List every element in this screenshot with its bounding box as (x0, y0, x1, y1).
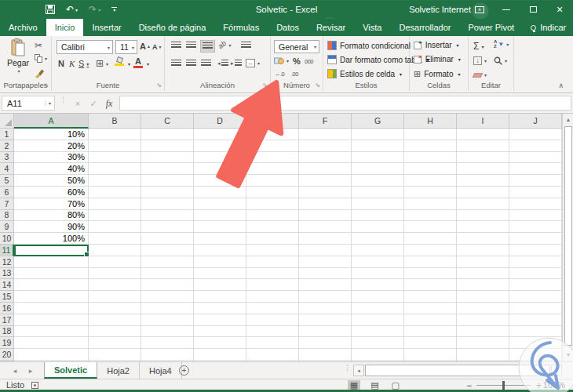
dialog-launcher-icon[interactable]: ⇘ (156, 82, 162, 89)
cell-D14[interactable] (194, 279, 246, 291)
cell-C13[interactable] (141, 268, 194, 280)
cell-G11[interactable] (352, 245, 404, 256)
font-name-combo[interactable]: Calibri▾ (57, 40, 113, 54)
cell-J10[interactable] (509, 233, 562, 245)
cell-I19[interactable] (457, 337, 509, 349)
tab-formulas[interactable]: Fórmulas (214, 19, 268, 36)
row-header-10[interactable]: 10 (0, 233, 14, 245)
vertical-scroll-thumb[interactable] (564, 126, 572, 346)
sheet-next-icon[interactable]: ▸ (24, 362, 38, 379)
number-format-combo[interactable]: General▾ (274, 40, 319, 53)
decrease-indent-icon[interactable]: ◂ (217, 60, 228, 67)
cell-A17[interactable] (14, 314, 89, 326)
minimize-icon[interactable] (493, 0, 520, 19)
cell-E19[interactable] (246, 337, 299, 349)
zoom-slider-handle[interactable] (502, 381, 505, 390)
cell-A20[interactable] (14, 349, 89, 361)
cell-G20[interactable] (352, 349, 404, 361)
cell-F2[interactable] (299, 140, 352, 152)
cell-C3[interactable] (141, 152, 194, 164)
cell-E16[interactable] (246, 303, 299, 314)
cell-E6[interactable] (246, 187, 299, 198)
align-bottom-icon[interactable] (200, 40, 215, 53)
cell-B16[interactable] (89, 303, 141, 314)
row-header-14[interactable]: 14 (0, 279, 14, 291)
cell-G2[interactable] (352, 140, 404, 152)
cell-I15[interactable] (457, 291, 509, 303)
fill-color-icon[interactable] (115, 57, 124, 66)
cell-D1[interactable] (194, 129, 246, 140)
cell-C10[interactable] (141, 233, 194, 245)
cell-H16[interactable] (404, 303, 457, 314)
sort-filter-icon[interactable]: AZ ▼▾ (494, 40, 509, 49)
tab-vista[interactable]: Vista (354, 19, 390, 36)
cell-F1[interactable] (299, 129, 352, 140)
cell-H1[interactable] (404, 129, 457, 140)
row-header-2[interactable]: 2 (0, 140, 14, 152)
cell-B13[interactable] (89, 268, 141, 280)
cell-G10[interactable] (352, 233, 404, 245)
cell-I13[interactable] (457, 268, 509, 280)
cell-F19[interactable] (299, 337, 352, 349)
column-header-I[interactable]: I (457, 114, 509, 129)
cell-J1[interactable] (509, 129, 562, 140)
align-right-icon[interactable] (201, 60, 211, 67)
formula-bar-splitter[interactable]: ⋮ (60, 98, 67, 101)
cell-D15[interactable] (194, 291, 246, 303)
tab-datos[interactable]: Datos (268, 19, 308, 36)
cell-H14[interactable] (404, 279, 457, 291)
cell-I16[interactable] (457, 303, 509, 314)
cell-E10[interactable] (246, 233, 299, 245)
autosum-icon[interactable]: Σ▾ (473, 41, 484, 52)
cell-J12[interactable] (509, 256, 562, 268)
cell-D4[interactable] (194, 163, 246, 175)
cell-B20[interactable] (89, 349, 141, 361)
cell-J20[interactable] (509, 349, 562, 361)
cell-E4[interactable] (246, 163, 299, 175)
cell-F10[interactable] (299, 233, 352, 245)
tell-me-box[interactable]: Indicar (523, 19, 573, 36)
cell-E7[interactable] (246, 198, 299, 210)
decrease-font-size-icon[interactable]: A▼ (152, 43, 162, 51)
cell-J14[interactable] (509, 279, 562, 291)
cell-J9[interactable] (509, 221, 562, 233)
cell-G13[interactable] (352, 268, 404, 280)
cell-A4[interactable]: 40% (14, 163, 89, 175)
cell-D20[interactable] (194, 349, 246, 361)
cell-E18[interactable] (246, 326, 299, 338)
cell-C8[interactable] (141, 210, 194, 222)
cell-D6[interactable] (194, 187, 246, 198)
cell-J17[interactable] (509, 314, 562, 326)
close-icon[interactable]: × (546, 0, 573, 19)
bold-button[interactable]: N (58, 59, 64, 68)
scroll-up-icon[interactable]: ▲ (564, 114, 573, 125)
cell-E12[interactable] (246, 256, 299, 268)
cell-E9[interactable] (246, 221, 299, 233)
insert-cells-button[interactable]: + Insertar▾ (414, 41, 459, 49)
ribbon-display-options-icon[interactable]: ∧ (466, 0, 493, 19)
increase-font-size-icon[interactable]: A▲ (140, 42, 151, 51)
cell-E20[interactable] (246, 349, 299, 361)
cell-E14[interactable] (246, 279, 299, 291)
cell-I7[interactable] (457, 198, 509, 210)
cell-J16[interactable] (509, 303, 562, 314)
copy-icon[interactable]: ▾ (35, 54, 47, 63)
cell-H20[interactable] (404, 349, 457, 361)
scroll-left-icon[interactable]: ◂ (353, 365, 364, 376)
cell-F15[interactable] (299, 291, 352, 303)
cell-A2[interactable]: 20% (14, 140, 89, 152)
enter-icon[interactable]: ✓ (86, 96, 100, 111)
cell-F18[interactable] (299, 326, 352, 338)
cancel-icon[interactable]: × (71, 96, 85, 111)
cell-C12[interactable] (141, 256, 194, 268)
cell-A18[interactable] (14, 326, 89, 338)
tab-revisar[interactable]: Revisar (308, 19, 354, 36)
cell-E3[interactable] (246, 152, 299, 164)
find-select-icon[interactable]: ▾ (494, 56, 507, 65)
cell-I11[interactable] (457, 245, 509, 256)
wrap-text-icon[interactable] (241, 42, 251, 49)
decrease-decimal-icon[interactable]: .00 (291, 71, 298, 78)
cell-E17[interactable] (246, 314, 299, 326)
paste-button[interactable]: Pegar ▾ (3, 38, 33, 87)
cell-C4[interactable] (141, 163, 194, 175)
